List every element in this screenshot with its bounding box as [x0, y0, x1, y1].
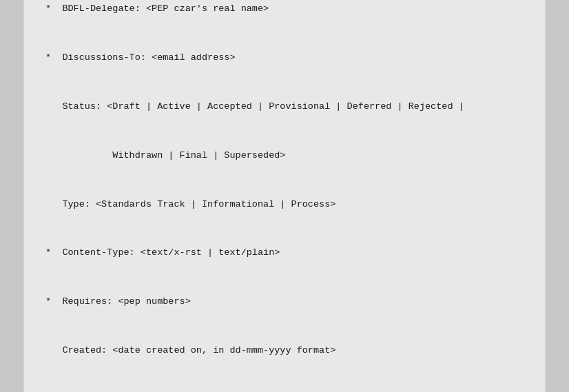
code-block: PEP: <pep number> Title: <pep title> Aut…: [23, 0, 546, 392]
code-line-7: Status: <Draft | Active | Accepted | Pro…: [40, 99, 529, 115]
code-line-5: * BDFL-Delegate: <PEP czar's real name>: [40, 1, 529, 17]
code-line-8: Withdrawn | Final | Superseded>: [40, 147, 529, 164]
code-line-12: Created: <date created on, in dd-mmm-yyy…: [40, 342, 529, 359]
code-line-9: Type: <Standards Track | Informational |…: [40, 196, 529, 213]
code-line-10: * Content-Type: <text/x-rst | text/plain…: [40, 245, 529, 261]
code-line-11: * Requires: <pep numbers>: [40, 293, 529, 310]
code-line-6: * Discussions-To: <email address>: [40, 50, 529, 66]
